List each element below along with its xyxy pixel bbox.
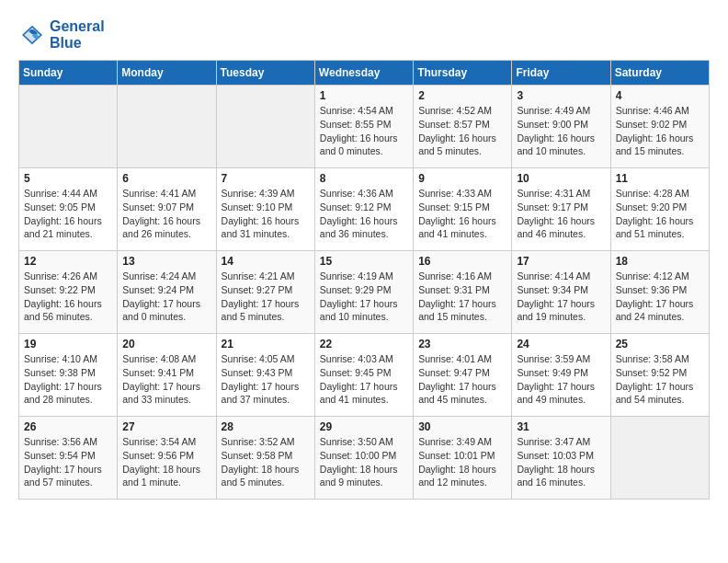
logo-line2: Blue [50,35,105,52]
calendar-cell: 1Sunrise: 4:54 AM Sunset: 8:55 PM Daylig… [314,86,413,168]
day-info: Sunrise: 4:19 AM Sunset: 9:29 PM Dayligh… [320,270,408,324]
day-info: Sunrise: 4:01 AM Sunset: 9:47 PM Dayligh… [418,352,506,407]
calendar-cell: 6Sunrise: 4:41 AM Sunset: 9:07 PM Daylig… [118,168,216,251]
day-info: Sunrise: 3:54 AM Sunset: 9:56 PM Dayligh… [122,435,210,489]
day-number: 29 [320,420,408,433]
day-info: Sunrise: 4:05 AM Sunset: 9:43 PM Dayligh… [222,352,310,407]
calendar-body: 1Sunrise: 4:54 AM Sunset: 8:55 PM Daylig… [19,86,710,500]
day-info: Sunrise: 4:16 AM Sunset: 9:31 PM Dayligh… [418,270,506,324]
day-info: Sunrise: 3:59 AM Sunset: 9:49 PM Dayligh… [517,352,605,407]
calendar-cell: 18Sunrise: 4:12 AM Sunset: 9:36 PM Dayli… [610,251,709,334]
calendar-week-2: 5Sunrise: 4:44 AM Sunset: 9:05 PM Daylig… [19,168,710,251]
day-info: Sunrise: 4:03 AM Sunset: 9:45 PM Dayligh… [320,352,408,407]
header-row: SundayMondayTuesdayWednesdayThursdayFrid… [19,61,710,86]
day-info: Sunrise: 4:28 AM Sunset: 9:20 PM Dayligh… [616,187,704,241]
day-info: Sunrise: 3:56 AM Sunset: 9:54 PM Dayligh… [24,435,112,489]
calendar-week-4: 19Sunrise: 4:10 AM Sunset: 9:38 PM Dayli… [19,334,710,417]
calendar-cell: 15Sunrise: 4:19 AM Sunset: 9:29 PM Dayli… [314,251,413,334]
calendar-cell [216,86,314,168]
day-number: 22 [320,338,408,350]
day-number: 6 [122,172,210,185]
day-info: Sunrise: 4:21 AM Sunset: 9:27 PM Dayligh… [222,270,310,324]
day-info: Sunrise: 4:46 AM Sunset: 9:02 PM Dayligh… [616,104,704,158]
logo-icon [18,21,46,49]
day-info: Sunrise: 4:12 AM Sunset: 9:36 PM Dayligh… [616,270,704,324]
day-number: 7 [222,172,310,185]
calendar-cell [19,86,118,168]
day-number: 20 [122,338,210,350]
day-number: 17 [517,255,605,268]
calendar-header: SundayMondayTuesdayWednesdayThursdayFrid… [19,61,710,86]
day-info: Sunrise: 3:58 AM Sunset: 9:52 PM Dayligh… [616,352,704,407]
day-number: 19 [24,338,112,350]
calendar-cell: 20Sunrise: 4:08 AM Sunset: 9:41 PM Dayli… [118,334,216,417]
day-number: 2 [418,89,506,102]
day-info: Sunrise: 4:24 AM Sunset: 9:24 PM Dayligh… [122,270,210,324]
day-number: 25 [616,338,704,350]
day-number: 8 [320,172,408,185]
calendar-cell: 29Sunrise: 3:50 AM Sunset: 10:00 PM Dayl… [314,417,413,500]
day-number: 10 [517,172,605,185]
day-info: Sunrise: 4:31 AM Sunset: 9:17 PM Dayligh… [517,187,605,241]
calendar-cell: 22Sunrise: 4:03 AM Sunset: 9:45 PM Dayli… [314,334,413,417]
day-number: 11 [616,172,704,185]
day-number: 30 [418,420,506,433]
day-number: 24 [517,338,605,350]
day-info: Sunrise: 4:36 AM Sunset: 9:12 PM Dayligh… [320,187,408,241]
day-number: 21 [222,338,310,350]
day-number: 9 [418,172,506,185]
calendar-cell: 17Sunrise: 4:14 AM Sunset: 9:34 PM Dayli… [512,251,610,334]
header-saturday: Saturday [610,61,709,86]
day-number: 28 [222,420,310,433]
day-number: 5 [24,172,112,185]
header-friday: Friday [512,61,610,86]
calendar-cell: 5Sunrise: 4:44 AM Sunset: 9:05 PM Daylig… [19,168,118,251]
day-info: Sunrise: 4:26 AM Sunset: 9:22 PM Dayligh… [24,270,112,324]
calendar-cell: 12Sunrise: 4:26 AM Sunset: 9:22 PM Dayli… [19,251,118,334]
day-info: Sunrise: 4:54 AM Sunset: 8:55 PM Dayligh… [320,104,408,158]
day-number: 18 [616,255,704,268]
day-number: 23 [418,338,506,350]
day-info: Sunrise: 4:33 AM Sunset: 9:15 PM Dayligh… [418,187,506,241]
header-sunday: Sunday [19,61,118,86]
day-info: Sunrise: 3:47 AM Sunset: 10:03 PM Daylig… [517,435,605,489]
logo-line1: General [50,18,105,35]
calendar-week-5: 26Sunrise: 3:56 AM Sunset: 9:54 PM Dayli… [19,417,710,500]
header-tuesday: Tuesday [216,61,314,86]
day-info: Sunrise: 4:52 AM Sunset: 8:57 PM Dayligh… [418,104,506,158]
day-info: Sunrise: 3:50 AM Sunset: 10:00 PM Daylig… [320,435,408,489]
calendar-cell: 10Sunrise: 4:31 AM Sunset: 9:17 PM Dayli… [512,168,610,251]
header-thursday: Thursday [414,61,512,86]
calendar-cell: 13Sunrise: 4:24 AM Sunset: 9:24 PM Dayli… [118,251,216,334]
calendar-cell: 23Sunrise: 4:01 AM Sunset: 9:47 PM Dayli… [414,334,512,417]
day-info: Sunrise: 4:49 AM Sunset: 9:00 PM Dayligh… [517,104,605,158]
calendar-cell [118,86,216,168]
calendar-cell: 25Sunrise: 3:58 AM Sunset: 9:52 PM Dayli… [610,334,709,417]
calendar-cell: 26Sunrise: 3:56 AM Sunset: 9:54 PM Dayli… [19,417,118,500]
day-number: 15 [320,255,408,268]
day-number: 31 [517,420,605,433]
logo: General Blue [18,18,105,51]
calendar-cell: 3Sunrise: 4:49 AM Sunset: 9:00 PM Daylig… [512,86,610,168]
calendar-table: SundayMondayTuesdayWednesdayThursdayFrid… [18,60,710,500]
calendar-week-3: 12Sunrise: 4:26 AM Sunset: 9:22 PM Dayli… [19,251,710,334]
calendar-week-1: 1Sunrise: 4:54 AM Sunset: 8:55 PM Daylig… [19,86,710,168]
header-monday: Monday [118,61,216,86]
calendar-cell: 24Sunrise: 3:59 AM Sunset: 9:49 PM Dayli… [512,334,610,417]
day-number: 12 [24,255,112,268]
day-info: Sunrise: 4:44 AM Sunset: 9:05 PM Dayligh… [24,187,112,241]
day-info: Sunrise: 4:08 AM Sunset: 9:41 PM Dayligh… [122,352,210,407]
day-number: 1 [320,89,408,102]
calendar-cell: 30Sunrise: 3:49 AM Sunset: 10:01 PM Dayl… [414,417,512,500]
calendar-cell: 21Sunrise: 4:05 AM Sunset: 9:43 PM Dayli… [216,334,314,417]
day-info: Sunrise: 4:10 AM Sunset: 9:38 PM Dayligh… [24,352,112,407]
day-info: Sunrise: 3:49 AM Sunset: 10:01 PM Daylig… [418,435,506,489]
calendar-cell: 9Sunrise: 4:33 AM Sunset: 9:15 PM Daylig… [414,168,512,251]
day-number: 27 [122,420,210,433]
day-info: Sunrise: 4:41 AM Sunset: 9:07 PM Dayligh… [122,187,210,241]
day-number: 14 [222,255,310,268]
calendar-cell: 27Sunrise: 3:54 AM Sunset: 9:56 PM Dayli… [118,417,216,500]
calendar-cell: 19Sunrise: 4:10 AM Sunset: 9:38 PM Dayli… [19,334,118,417]
calendar-cell: 14Sunrise: 4:21 AM Sunset: 9:27 PM Dayli… [216,251,314,334]
calendar-cell: 16Sunrise: 4:16 AM Sunset: 9:31 PM Dayli… [414,251,512,334]
